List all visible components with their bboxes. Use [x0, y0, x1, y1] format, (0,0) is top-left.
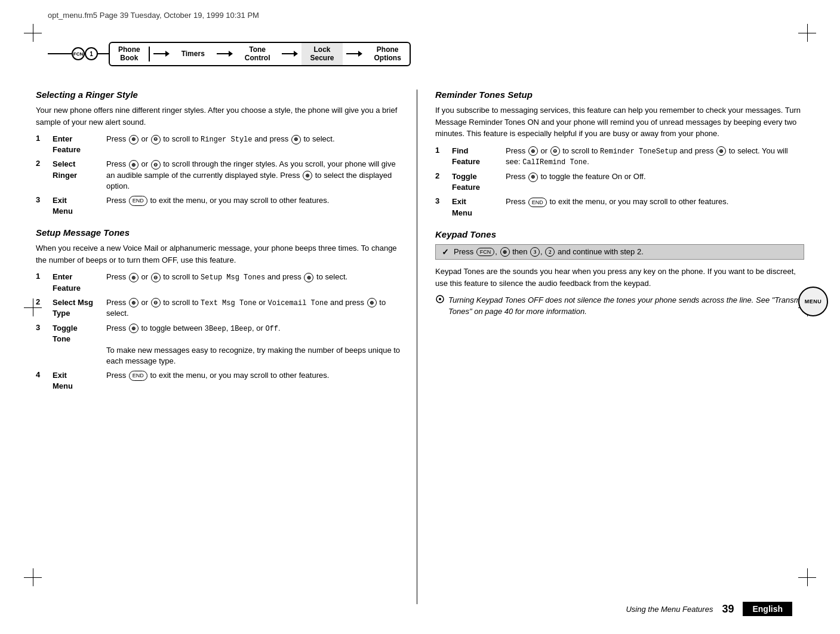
shortcut-bar: ✓ Press FCN, ⊕ then 3, 2 and continue wi… [435, 244, 804, 260]
step-label-enter-feature-2: EnterFeature [53, 272, 100, 293]
nav-label-phone: Phone [118, 45, 140, 54]
footer-page: 39 [722, 603, 734, 615]
btn-end-m4[interactable]: END [129, 371, 147, 381]
footer-lang: English [743, 602, 792, 616]
step-num-rem-1: 1 [435, 146, 447, 155]
step-num-1: 1 [36, 134, 48, 143]
keypad-tones-title: Keypad Tones [435, 229, 804, 239]
nav-segment-tone: Tone Control [236, 43, 279, 65]
step-rem-2: 2 ToggleFeature Press ⊕ to toggle the fe… [435, 171, 804, 193]
btn-end-1[interactable]: END [129, 196, 147, 206]
nav-segment-lock: Lock Secure [301, 43, 342, 65]
step-label-enter-feature-1: EnterFeature [53, 134, 100, 155]
setup-msg-steps: 1 EnterFeature Press ⊕ or ⊖ to scroll to… [36, 272, 405, 392]
step-rem-3: 3 ExitMenu Press END to exit the menu, o… [435, 196, 804, 218]
step-desc-1: Press ⊕ or ⊖ to scroll to Ringer Style a… [106, 134, 405, 145]
btn-down-m1[interactable]: ⊖ [151, 273, 161, 282]
step-label-exit-1: ExitMenu [53, 195, 100, 217]
step-label-exit-rem: ExitMenu [452, 196, 500, 218]
nav-label-book: Book [120, 54, 138, 62]
btn-select-r1[interactable]: ⊕ [716, 146, 726, 156]
btn-toggle-m3[interactable]: ⊕ [129, 324, 139, 333]
btn-up-shortcut[interactable]: ⊕ [500, 247, 510, 257]
step-content-rem-2: ToggleFeature Press ⊕ to toggle the feat… [452, 171, 804, 193]
nav-label-phone2: Phone [377, 45, 399, 54]
step-desc-msg-4: Press END to exit the menu, or you may s… [106, 370, 405, 381]
nav-connector-1 [98, 53, 109, 54]
step-msg-2: 2 Select MsgType Press ⊕ or ⊖ to scroll … [36, 297, 405, 319]
btn-down-r1[interactable]: ⊖ [550, 146, 560, 156]
left-column: Selecting a Ringer Style Your new phone … [36, 90, 417, 604]
btn-up-1[interactable]: ⊕ [129, 135, 139, 144]
section-setup-message-tones: Setup Message Tones When you receive a n… [36, 227, 405, 392]
nav-arrow-3 [278, 43, 301, 65]
section-keypad-tones: Keypad Tones ✓ Press FCN, ⊕ then 3, 2 an… [435, 229, 804, 317]
btn-end-r3[interactable]: END [528, 198, 547, 208]
section-ringer-style: Selecting a Ringer Style Your new phone … [36, 90, 405, 217]
ringer-style-title: Selecting a Ringer Style [36, 90, 405, 100]
step-desc-msg-2: Press ⊕ or ⊖ to scroll to Text Msg Tone … [106, 297, 405, 319]
nav-label-secure: Secure [310, 54, 334, 62]
nav-arrow-2 [213, 43, 236, 65]
svg-point-1 [439, 298, 441, 300]
bullet-icon [436, 295, 444, 303]
btn-up-m2[interactable]: ⊕ [129, 298, 139, 307]
step-content-msg-2: Select MsgType Press ⊕ or ⊖ to scroll to… [53, 297, 405, 319]
btn-toggle-r2[interactable]: ⊕ [528, 173, 538, 182]
nav-arrow-1 [150, 43, 173, 65]
btn-select-2[interactable]: ⊕ [303, 171, 312, 180]
bullet-symbol [435, 295, 445, 303]
section-reminder-tones: Reminder Tones Setup If you subscribe to… [435, 90, 804, 218]
nav-arrow-4 [343, 43, 366, 65]
nav-icon-fcn[interactable]: FCN [72, 47, 85, 60]
step-num-3: 3 [36, 195, 48, 204]
btn-up-m1[interactable]: ⊕ [129, 273, 139, 282]
btn-up-2[interactable]: ⊕ [129, 160, 139, 170]
footer: Using the Menu Features 39 English [626, 602, 792, 616]
right-column: Reminder Tones Setup If you subscribe to… [417, 90, 804, 604]
keypad-tones-bullet: Turning Keypad Tones OFF does not silenc… [435, 295, 804, 316]
menu-button[interactable]: MENU [798, 287, 828, 316]
step-label-exit-msg: ExitMenu [53, 370, 100, 392]
shortcut-text: Press FCN, ⊕ then 3, 2 and continue with… [454, 247, 644, 257]
btn-down-1[interactable]: ⊖ [151, 135, 161, 144]
btn-down-m2[interactable]: ⊖ [151, 298, 161, 307]
reminder-tones-title: Reminder Tones Setup [435, 90, 804, 100]
nav-icon-1[interactable]: 1 [85, 47, 98, 60]
btn-select-m2[interactable]: ⊕ [367, 298, 377, 307]
nav-label-control: Control [245, 54, 270, 62]
step-label-select-ringer: SelectRinger [53, 159, 100, 180]
step-num-msg-2: 2 [36, 297, 48, 306]
keypad-tones-body: Keypad Tones are the sounds you hear whe… [435, 266, 804, 289]
step-desc-2: Press ⊕ or ⊖ to scroll through the ringe… [106, 159, 405, 192]
step-desc-rem-1: Press ⊕ or ⊖ to scroll to Reminder ToneS… [506, 146, 804, 168]
nav-segment-phonebook: Phone Book [110, 43, 149, 65]
step-desc-3: Press END to exit the menu, or you may s… [106, 195, 405, 206]
btn-select-1[interactable]: ⊕ [291, 135, 301, 144]
step-content-3: ExitMenu Press END to exit the menu, or … [53, 195, 405, 217]
shortcut-icon: ✓ [442, 247, 449, 257]
btn-up-r1[interactable]: ⊕ [528, 146, 538, 156]
step-content-rem-3: ExitMenu Press END to exit the menu, or … [452, 196, 804, 218]
btn-down-2[interactable]: ⊖ [151, 160, 161, 170]
step-desc-rem-2: Press ⊕ to toggle the feature On or Off. [506, 171, 804, 182]
btn-select-m1[interactable]: ⊕ [304, 273, 313, 282]
step-label-toggle-tone: ToggleTone [53, 323, 100, 344]
nav-label-lock: Lock [313, 45, 330, 54]
ringer-style-body: Your new phone offers nine different rin… [36, 104, 405, 128]
step-num-msg-4: 4 [36, 370, 48, 379]
nav-pill: Phone Book Timers Tone Control [109, 42, 411, 66]
step-label-find-feature: FindFeature [452, 146, 500, 167]
btn-2-shortcut[interactable]: 2 [545, 247, 555, 257]
btn-3-shortcut[interactable]: 3 [530, 247, 540, 257]
step-content-rem-1: FindFeature Press ⊕ or ⊖ to scroll to Re… [452, 146, 804, 168]
nav-label-timers: Timers [181, 50, 205, 58]
step-label-toggle-feature: ToggleFeature [452, 171, 500, 193]
step-num-2: 2 [36, 159, 48, 168]
nav-segment-timers: Timers [173, 43, 213, 65]
btn-fcn-shortcut[interactable]: FCN [476, 248, 495, 256]
nav-segment-phone-options: Phone Options [366, 43, 410, 65]
step-msg-4: 4 ExitMenu Press END to exit the menu, o… [36, 370, 405, 392]
step-label-select-msg-type: Select MsgType [53, 297, 100, 319]
step-content-msg-1: EnterFeature Press ⊕ or ⊖ to scroll to S… [53, 272, 405, 293]
